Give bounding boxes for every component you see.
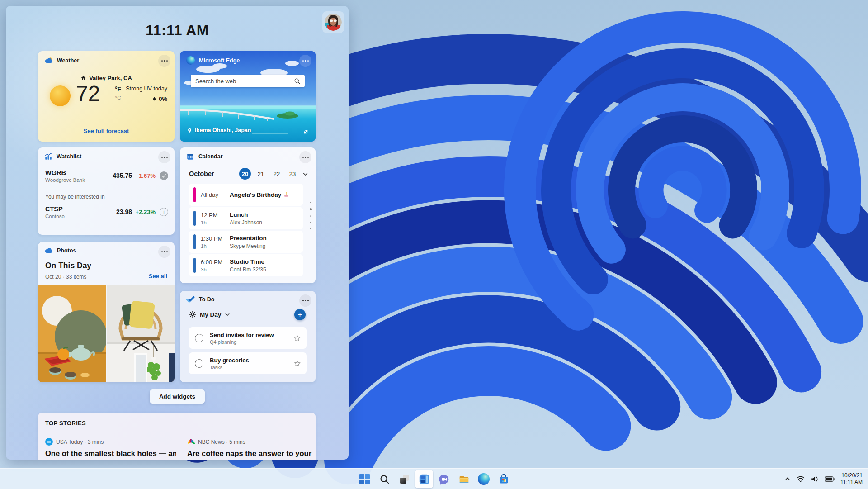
calendar-event-lunch[interactable]: 12 PM 1h Lunch Alex Johnson bbox=[189, 207, 303, 229]
task-list-label: Q4 planning bbox=[210, 339, 274, 345]
calendar-event-studio-time[interactable]: 6:00 PM 3h Studio Time Conf Rm 32/35 bbox=[189, 254, 303, 276]
expand-icon[interactable] bbox=[302, 128, 309, 135]
watchlist-title: Watchlist bbox=[57, 153, 81, 160]
event-title: Presentation bbox=[230, 235, 267, 242]
todo-list-name: My Day bbox=[200, 311, 221, 318]
task-checkbox[interactable] bbox=[195, 334, 203, 342]
wifi-icon[interactable] bbox=[797, 475, 805, 483]
unit-toggle[interactable]: °F °C bbox=[112, 85, 124, 100]
task-star-icon[interactable] bbox=[293, 360, 301, 367]
calendar-scrollbar[interactable] bbox=[310, 202, 312, 229]
file-explorer-button[interactable] bbox=[455, 470, 473, 488]
event-color-bar bbox=[193, 258, 196, 273]
event-duration: 1h bbox=[201, 243, 227, 249]
watchlist-widget[interactable]: Watchlist WGRB Woodgrove Bank 435.75 -1.… bbox=[38, 147, 175, 235]
photos-date-count: Oct 20 · 33 items bbox=[45, 274, 86, 280]
event-duration: 1h bbox=[201, 220, 227, 225]
task-row-buy-groceries[interactable]: Buy groceries Tasks bbox=[189, 352, 307, 374]
weather-location: Valley Park, CA bbox=[89, 75, 132, 81]
edge-browser-button[interactable] bbox=[475, 470, 493, 488]
add-task-button[interactable]: + bbox=[294, 309, 306, 320]
sun-icon bbox=[50, 85, 71, 106]
photo-thumbnail-still-life[interactable] bbox=[38, 285, 106, 382]
stock-price: 23.98 bbox=[116, 208, 132, 215]
weather-menu-button[interactable] bbox=[158, 55, 170, 67]
photos-widget[interactable]: Photos On This Day Oct 20 · 33 items See… bbox=[38, 242, 175, 382]
stock-row-wgrb[interactable]: WGRB Woodgrove Bank 435.75 -1.67% bbox=[45, 169, 168, 185]
photo-thumbnail-chair[interactable] bbox=[107, 285, 175, 382]
watchlist-menu-button[interactable] bbox=[158, 151, 170, 163]
panel-clock: 11:11 AM bbox=[6, 22, 349, 39]
stock-added-check-icon[interactable] bbox=[160, 171, 168, 180]
widgets-panel: 11:11 AM Weather bbox=[6, 6, 349, 460]
top-stories-header: TOP STORIES bbox=[45, 420, 86, 427]
task-star-icon[interactable] bbox=[293, 334, 301, 342]
weather-title: Weather bbox=[57, 57, 79, 64]
calendar-day-20[interactable]: 20 bbox=[239, 168, 251, 180]
birthday-cake-icon bbox=[283, 192, 289, 198]
battery-icon[interactable] bbox=[825, 476, 835, 482]
stock-row-ctsp[interactable]: CTSP Contoso 23.98 +2.23% + bbox=[45, 205, 168, 221]
search-icon bbox=[294, 78, 301, 85]
edge-search-input[interactable] bbox=[191, 78, 294, 85]
calendar-icon bbox=[186, 152, 194, 161]
story-headline[interactable]: One of the smallest black holes — and bbox=[45, 449, 176, 458]
chevron-down-icon[interactable] bbox=[302, 171, 308, 177]
edge-search-box[interactable] bbox=[191, 75, 305, 87]
start-button[interactable] bbox=[355, 470, 373, 488]
weather-temperature: 72 bbox=[76, 81, 100, 106]
calendar-title: Calendar bbox=[198, 153, 223, 160]
calendar-day-22[interactable]: 22 bbox=[271, 168, 283, 180]
widgets-button[interactable] bbox=[415, 470, 433, 488]
unit-fahrenheit[interactable]: °F bbox=[112, 85, 124, 93]
event-title: Lunch bbox=[230, 211, 262, 218]
see-all-link[interactable]: See all bbox=[149, 273, 167, 280]
stock-add-button[interactable]: + bbox=[160, 208, 168, 216]
task-row-send-invites[interactable]: Send invites for review Q4 planning bbox=[189, 327, 307, 349]
nbc-news-logo bbox=[187, 438, 195, 446]
location-pin-icon bbox=[187, 128, 192, 133]
edge-menu-button[interactable] bbox=[299, 55, 311, 67]
photos-menu-button[interactable] bbox=[158, 246, 170, 258]
story-headline[interactable]: Are coffee naps the answer to your bbox=[187, 449, 318, 458]
tray-datetime[interactable]: 10/20/21 11:11 AM bbox=[840, 472, 863, 486]
story-usa-today[interactable]: USA Today · 3 mins One of the smallest b… bbox=[45, 438, 176, 458]
todo-menu-button[interactable] bbox=[299, 294, 311, 307]
event-subtitle: Skype Meeting bbox=[230, 243, 267, 249]
calendar-menu-button[interactable] bbox=[299, 151, 311, 163]
photos-title: Photos bbox=[57, 247, 76, 254]
task-title: Send invites for review bbox=[210, 332, 274, 338]
avatar-photo bbox=[325, 14, 342, 31]
todo-list-selector[interactable]: My Day bbox=[189, 311, 230, 318]
task-view-button[interactable] bbox=[395, 470, 413, 488]
edge-photo-location: Ikema Ohashi, Japan bbox=[195, 127, 251, 133]
weather-precip: 0% bbox=[159, 95, 167, 102]
see-full-forecast-link[interactable]: See full forecast bbox=[38, 128, 175, 134]
calendar-day-21[interactable]: 21 bbox=[255, 168, 267, 180]
chevron-down-icon bbox=[225, 312, 230, 317]
task-checkbox[interactable] bbox=[195, 359, 203, 368]
calendar-day-23[interactable]: 23 bbox=[287, 168, 298, 180]
tray-chevron-up-icon[interactable] bbox=[784, 476, 791, 482]
calendar-event-birthday[interactable]: All day Angela's Birthday bbox=[189, 184, 303, 206]
weather-icon bbox=[44, 56, 53, 65]
unit-celsius[interactable]: °C bbox=[112, 95, 124, 100]
event-color-bar bbox=[193, 234, 196, 249]
chat-button[interactable] bbox=[435, 470, 453, 488]
search-button[interactable] bbox=[375, 470, 393, 488]
microsoft-store-button[interactable] bbox=[495, 470, 513, 488]
stock-change: -1.67% bbox=[137, 172, 156, 179]
user-avatar[interactable] bbox=[322, 11, 344, 33]
calendar-event-presentation[interactable]: 1:30 PM 1h Presentation Skype Meeting bbox=[189, 231, 303, 253]
chat-icon bbox=[439, 474, 450, 485]
speaker-icon[interactable] bbox=[811, 475, 819, 483]
add-widgets-button[interactable]: Add widgets bbox=[150, 389, 205, 404]
story-source: USA Today · 3 mins bbox=[56, 439, 104, 445]
stocks-chart-icon bbox=[44, 152, 52, 161]
calendar-widget[interactable]: Calendar October 20 21 22 23 All day Ang… bbox=[180, 147, 316, 283]
edge-widget[interactable]: Microsoft Edge Ikema Ohashi, Japan bbox=[180, 51, 316, 142]
tray-time: 11:11 AM bbox=[840, 479, 863, 486]
story-nbc-news[interactable]: NBC News · 5 mins Are coffee naps the an… bbox=[187, 438, 318, 458]
todo-widget[interactable]: To Do My Day + Send invites for r bbox=[180, 291, 316, 382]
weather-widget[interactable]: Weather Valley Park, CA 72 °F °C Strong … bbox=[38, 51, 175, 142]
